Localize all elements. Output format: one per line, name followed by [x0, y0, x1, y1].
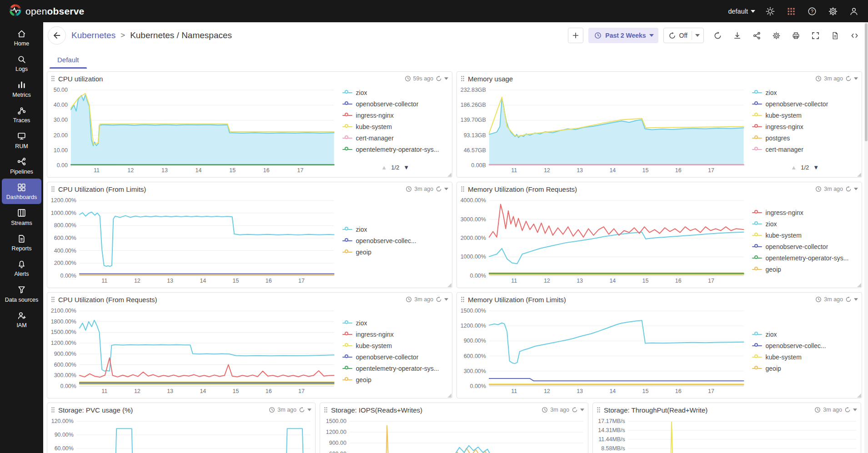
- legend-item[interactable]: ziox: [342, 319, 448, 327]
- sidebar-item-pipelines[interactable]: Pipelines: [2, 153, 41, 178]
- sidebar-item-rum[interactable]: RUM: [2, 128, 41, 153]
- panel-resize-handle[interactable]: [447, 173, 452, 177]
- panel-drag-handle[interactable]: [461, 296, 465, 303]
- sidebar-item-logs[interactable]: Logs: [2, 50, 41, 75]
- legend-item[interactable]: ziox: [752, 220, 858, 228]
- panel-menu-caret[interactable]: [854, 298, 858, 301]
- panel-resize-handle[interactable]: [857, 393, 861, 398]
- legend-item[interactable]: geoip: [752, 266, 858, 273]
- legend-item[interactable]: ingress-nginx: [752, 209, 858, 216]
- share-button[interactable]: [750, 29, 763, 42]
- legend-item[interactable]: cert-manager: [752, 146, 858, 153]
- legend-item[interactable]: kube-system: [752, 112, 858, 119]
- sidebar-item-home[interactable]: Home: [2, 25, 41, 50]
- sidebar-item-iam[interactable]: IAM: [2, 307, 41, 332]
- legend-item[interactable]: geoip: [752, 365, 858, 372]
- panel-drag-handle[interactable]: [51, 75, 55, 82]
- legend-item[interactable]: ingress-nginx: [342, 112, 448, 119]
- panel-refresh-button[interactable]: [299, 407, 305, 413]
- chart-canvas[interactable]: 4000.00%3000.00%2000.00%1000.00%0.00%111…: [460, 196, 747, 285]
- legend-item[interactable]: openobserve-collec...: [342, 237, 448, 244]
- sidebar-item-dashboards[interactable]: Dashboards: [2, 179, 41, 204]
- chart-canvas[interactable]: 232.83GB186.26GB139.70GB93.13GB46.57GB0.…: [460, 85, 747, 174]
- legend-item[interactable]: opentelemetry-operator-sys...: [752, 254, 858, 262]
- account-icon[interactable]: [848, 5, 860, 17]
- brand-logo[interactable]: openobserve: [9, 4, 84, 18]
- query-inspector-button[interactable]: [848, 29, 861, 42]
- legend-item[interactable]: opentelemetry-operator-sys...: [342, 365, 448, 372]
- panel-drag-handle[interactable]: [51, 186, 55, 192]
- sidebar-item-data-sources[interactable]: Data sources: [2, 281, 41, 306]
- panel-drag-handle[interactable]: [597, 407, 601, 413]
- panel-drag-handle[interactable]: [461, 75, 465, 82]
- time-range-picker[interactable]: Past 2 Weeks: [588, 28, 658, 43]
- legend-item[interactable]: kube-system: [752, 353, 858, 361]
- panel-refresh-button[interactable]: [436, 296, 442, 303]
- add-panel-button[interactable]: [568, 28, 583, 43]
- legend-item[interactable]: ziox: [752, 331, 858, 338]
- auto-refresh-selector[interactable]: Off: [663, 28, 704, 43]
- panel-resize-handle[interactable]: [857, 283, 861, 287]
- panel-menu-caret[interactable]: [853, 408, 857, 411]
- legend-item[interactable]: kube-system: [752, 232, 858, 239]
- refresh-button[interactable]: [711, 29, 724, 42]
- legend-page-down-icon[interactable]: ▼: [403, 164, 409, 171]
- panel-refresh-button[interactable]: [845, 75, 852, 82]
- chart-canvas[interactable]: 50.0040.0030.0020.0010.000.0011121314151…: [50, 85, 337, 174]
- panel-resize-handle[interactable]: [857, 173, 861, 177]
- legend-page-down-icon[interactable]: ▼: [813, 164, 819, 171]
- legend-item[interactable]: openobserve-collector: [752, 100, 858, 108]
- panel-drag-handle[interactable]: [51, 296, 55, 303]
- chart-canvas[interactable]: 120.00%90.00%60.00%30.00%0.00%1112131415…: [50, 417, 313, 453]
- panel-menu-caret[interactable]: [307, 408, 311, 411]
- panel-menu-caret[interactable]: [444, 77, 448, 80]
- legend-page-up-icon[interactable]: ▲: [381, 164, 387, 171]
- legend-item[interactable]: geoip: [342, 249, 448, 256]
- legend-item[interactable]: ingress-nginx: [752, 123, 858, 130]
- sidebar-item-metrics[interactable]: Metrics: [2, 76, 41, 101]
- chart-canvas[interactable]: 1200.00%1000.00%800.00%600.00%400.00%200…: [50, 196, 337, 285]
- legend-item[interactable]: ziox: [752, 89, 858, 96]
- chart-canvas[interactable]: 2100.00%1800.00%1500.00%1200.00%900.00%6…: [50, 306, 337, 395]
- tab-default[interactable]: Default: [50, 51, 87, 69]
- sidebar-item-alerts[interactable]: Alerts: [2, 255, 41, 280]
- dashboard-settings-button[interactable]: [770, 29, 783, 42]
- legend-item[interactable]: opentelemetry-operator-sys...: [342, 146, 448, 153]
- legend-item[interactable]: openobserve-collector: [342, 100, 448, 108]
- panel-menu-caret[interactable]: [444, 188, 448, 190]
- print-button[interactable]: [789, 29, 802, 42]
- legend-item[interactable]: ziox: [342, 89, 448, 96]
- panel-refresh-button[interactable]: [572, 407, 578, 413]
- theme-toggle-icon[interactable]: [764, 5, 776, 17]
- legend-item[interactable]: openobserve-collector: [752, 243, 858, 250]
- vertical-scrollbar[interactable]: [864, 22, 868, 453]
- chart-canvas[interactable]: 1500.00%1200.00%900.00%600.00%300.00%0.0…: [460, 306, 747, 395]
- breadcrumb-dashboard-link[interactable]: Kubernetes: [71, 30, 115, 40]
- panel-resize-handle[interactable]: [447, 393, 452, 398]
- sidebar-item-reports[interactable]: Reports: [2, 230, 41, 255]
- panel-menu-caret[interactable]: [854, 77, 858, 80]
- legend-item[interactable]: openobserve-collec...: [752, 342, 858, 349]
- panel-menu-caret[interactable]: [854, 188, 858, 190]
- panel-drag-handle[interactable]: [324, 407, 328, 413]
- panel-refresh-button[interactable]: [845, 186, 852, 192]
- export-json-button[interactable]: [828, 29, 841, 42]
- settings-gear-icon[interactable]: [827, 5, 839, 17]
- legend-item[interactable]: openobserve-collector: [342, 353, 448, 361]
- legend-item[interactable]: ziox: [342, 226, 448, 233]
- fullscreen-button[interactable]: [809, 29, 822, 42]
- legend-item[interactable]: cert-manager: [342, 134, 448, 142]
- sidebar-item-streams[interactable]: Streams: [2, 204, 41, 229]
- legend-item[interactable]: kube-system: [342, 342, 448, 349]
- panel-refresh-button[interactable]: [436, 186, 442, 192]
- chart-canvas[interactable]: 1500.001200.00900.00600.00300.000.001112…: [323, 417, 586, 453]
- panel-menu-caret[interactable]: [580, 408, 584, 411]
- sidebar-item-traces[interactable]: Traces: [2, 102, 41, 127]
- org-selector[interactable]: default: [728, 8, 755, 15]
- legend-item[interactable]: kube-system: [342, 123, 448, 130]
- scrollbar-thumb[interactable]: [865, 23, 868, 141]
- panel-refresh-button[interactable]: [436, 75, 442, 82]
- download-button[interactable]: [731, 29, 743, 42]
- apps-grid-icon[interactable]: [785, 5, 797, 17]
- legend-item[interactable]: ingress-nginx: [342, 331, 448, 338]
